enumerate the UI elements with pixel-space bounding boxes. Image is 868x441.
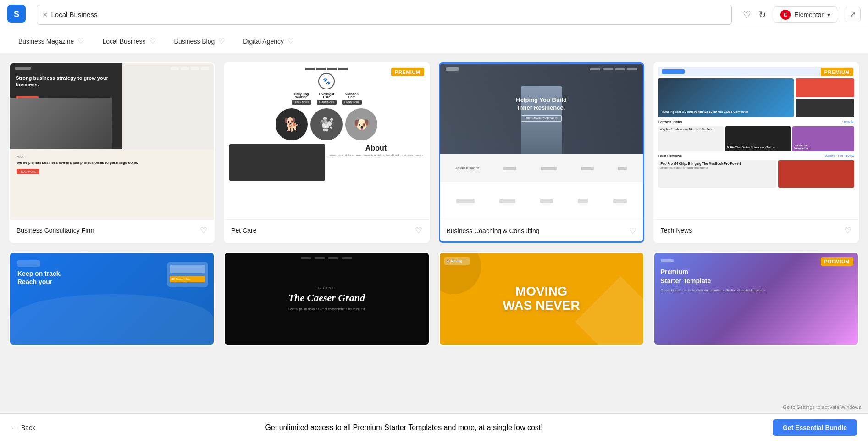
template-card-caesar-grand[interactable]: PREMIUM GRAND The Caeser Grand Lorem ips…: [224, 252, 429, 346]
template-thumb-blue-app: Keep on track.Reach your 02 Current No: [10, 253, 214, 345]
template-thumb-business-coaching: Helping You BuildInner Resilience. GET M…: [440, 64, 643, 220]
template-name: Business Coaching & Consulting: [447, 227, 540, 234]
logo: S: [7, 5, 26, 25]
template-name: Tech News: [661, 227, 692, 234]
favorites-button[interactable]: ♡: [743, 9, 751, 20]
category-row: Business Magazine ♡ Local Business ♡ Bus…: [0, 29, 868, 53]
main-content: Business Magazine ♡ Local Business ♡ Bus…: [0, 29, 868, 413]
header-actions: ♡ ↻ E Elementor ▾ ⤢: [743, 6, 861, 23]
template-card-pet-care[interactable]: PREMIUM 🐾 Daily DogWalking LEA: [224, 62, 429, 243]
premium-badge: PREMIUM: [821, 68, 853, 76]
heart-icon: ♡: [743, 9, 751, 20]
chevron-down-icon: ▾: [827, 11, 830, 18]
category-local-business[interactable]: Local Business ♡: [93, 29, 165, 53]
template-card-blue-app[interactable]: Keep on track.Reach your 02 Current No: [9, 252, 215, 346]
template-card-business-consultancy[interactable]: PREMIUM Strong busin: [9, 62, 215, 243]
template-footer-business-consultancy: Business Consultancy Firm ♡: [10, 219, 214, 241]
template-grid: PREMIUM Strong busin: [9, 62, 859, 243]
category-heart-icon[interactable]: ♡: [287, 37, 294, 45]
refresh-button[interactable]: ↻: [758, 9, 766, 20]
back-label: Back: [21, 424, 35, 431]
category-digital-agency[interactable]: Digital Agency ♡: [234, 29, 303, 53]
windows-watermark: Go to Settings to activate Windows.: [783, 404, 862, 410]
back-button[interactable]: ← Back: [11, 424, 35, 431]
category-heart-icon[interactable]: ♡: [218, 37, 225, 45]
refresh-icon: ↻: [758, 9, 766, 20]
category-heart-icon[interactable]: ♡: [77, 37, 84, 45]
template-card-moving[interactable]: PREMIUM 🏠 Moving MOVINGWAS NEVER: [439, 252, 644, 346]
template-footer-business-coaching: Business Coaching & Consulting ♡: [440, 220, 643, 241]
elementor-icon: E: [780, 10, 791, 20]
template-footer-pet-care: Pet Care ♡: [225, 219, 428, 241]
external-link-icon: ⤢: [850, 11, 856, 18]
bottom-bar: ← Back Get unlimited access to all Premi…: [0, 413, 868, 441]
clear-search-button[interactable]: ×: [43, 11, 48, 19]
template-thumb-business-consultancy: PREMIUM Strong busin: [10, 63, 214, 219]
app-header: S × ♡ ↻ E Elementor ▾ ⤢: [0, 0, 868, 29]
external-link-button[interactable]: ⤢: [845, 7, 861, 22]
template-thumb-tech-news: PREMIUM Running MacOS and: [654, 63, 858, 219]
svg-text:S: S: [14, 10, 19, 19]
category-label: Local Business: [102, 38, 145, 45]
search-input[interactable]: [51, 11, 726, 18]
category-label: Business Blog: [174, 38, 215, 45]
get-essential-bundle-button[interactable]: Get Essential Bundle: [773, 419, 857, 436]
template-card-gradient[interactable]: PREMIUM PremiumStarter Template Create b…: [653, 252, 859, 346]
elementor-selector-button[interactable]: E Elementor ▾: [774, 6, 837, 23]
category-business-blog[interactable]: Business Blog ♡: [165, 29, 234, 53]
template-name: Business Consultancy Firm: [17, 227, 94, 234]
premium-badge: PREMIUM: [391, 68, 424, 76]
template-thumb-caesar-grand: PREMIUM GRAND The Caeser Grand Lorem ips…: [225, 253, 428, 345]
template-favorite-icon[interactable]: ♡: [629, 226, 636, 236]
template-thumb-gradient: PREMIUM PremiumStarter Template Create b…: [654, 253, 858, 345]
category-label: Digital Agency: [243, 38, 284, 45]
template-thumb-moving: PREMIUM 🏠 Moving MOVINGWAS NEVER: [440, 253, 643, 345]
elementor-label: Elementor: [794, 11, 824, 18]
category-label: Business Magazine: [18, 38, 74, 45]
template-favorite-icon[interactable]: ♡: [415, 225, 422, 235]
template-favorite-icon[interactable]: ♡: [200, 225, 207, 235]
promo-text: Get unlimited access to all Premium Star…: [265, 424, 542, 432]
category-business-magazine[interactable]: Business Magazine ♡: [9, 29, 93, 53]
template-footer-tech-news: Tech News ♡: [654, 219, 858, 241]
template-name: Pet Care: [231, 227, 256, 234]
template-thumb-pet-care: PREMIUM 🐾 Daily DogWalking LEA: [225, 63, 428, 219]
back-arrow-icon: ←: [11, 424, 17, 431]
premium-badge: PREMIUM: [821, 257, 853, 266]
template-card-tech-news[interactable]: PREMIUM Running MacOS and: [653, 62, 859, 243]
template-grid-bottom: Keep on track.Reach your 02 Current No P…: [9, 252, 859, 346]
category-heart-icon[interactable]: ♡: [149, 37, 156, 45]
template-favorite-icon[interactable]: ♡: [844, 225, 851, 235]
template-card-business-coaching[interactable]: Helping You BuildInner Resilience. GET M…: [439, 62, 644, 243]
search-bar[interactable]: ×: [37, 5, 732, 25]
